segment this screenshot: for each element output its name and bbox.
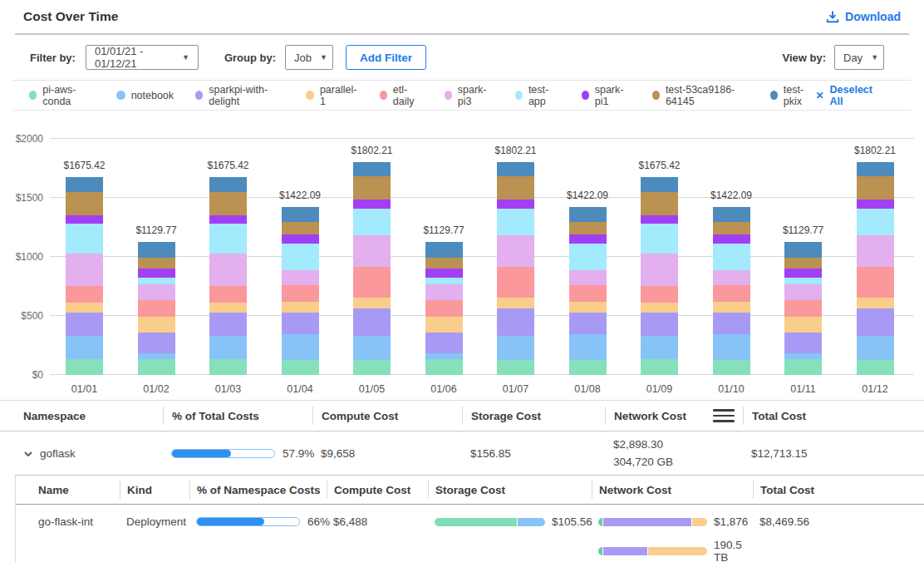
bar-segment-spark-pi3[interactable] [425, 284, 463, 300]
bar-segment-test-53ca9186-64145[interactable] [138, 258, 175, 269]
bar-segment-test-pkix[interactable] [209, 177, 247, 192]
bar-segment-test-53ca9186-64145[interactable] [209, 192, 247, 215]
legend-item-sparkpi-with-delight[interactable]: sparkpi-with-delight [195, 84, 284, 107]
bar-segment-spark-pi1[interactable] [497, 200, 534, 209]
bar-segment-etl-daily[interactable] [66, 286, 103, 302]
bar-segment-test-pkix[interactable] [857, 162, 894, 176]
download-button[interactable]: Download [826, 10, 901, 23]
bar-segment-spark-pi1[interactable] [209, 215, 247, 224]
bar-segment-pi-aws-conda[interactable] [209, 359, 247, 375]
bar-segment-parallel-1[interactable] [857, 298, 894, 308]
bar-segment-test-53ca9186-64145[interactable] [353, 176, 391, 200]
bar-segment-test-pkix[interactable] [641, 177, 678, 192]
column-menu-icon[interactable] [713, 409, 735, 422]
bar-segment-pi-aws-conda[interactable] [353, 360, 391, 375]
bar-segment-test-app[interactable] [138, 278, 175, 284]
bar-segment-parallel-1[interactable] [138, 317, 175, 333]
bar-segment-test-app[interactable] [713, 244, 750, 270]
bar-segment-spark-pi3[interactable] [138, 284, 175, 300]
bar-segment-notebook[interactable] [282, 334, 319, 360]
bar-segment-etl-daily[interactable] [209, 286, 247, 302]
bar-segment-test-53ca9186-64145[interactable] [784, 258, 822, 269]
bar-segment-spark-pi1[interactable] [138, 269, 175, 278]
bar-segment-spark-pi3[interactable] [857, 235, 894, 267]
bar-segment-spark-pi1[interactable] [282, 234, 319, 244]
legend-item-etl-daily[interactable]: etl-daily [380, 84, 423, 107]
bar-segment-pi-aws-conda[interactable] [497, 360, 534, 375]
bar-segment-parallel-1[interactable] [66, 303, 103, 313]
bar-segment-parallel-1[interactable] [569, 302, 607, 313]
bar-segment-test-53ca9186-64145[interactable] [282, 222, 319, 234]
date-range-dropdown[interactable]: 01/01/21 - 01/12/21 ▼ [86, 45, 199, 70]
bar-segment-parallel-1[interactable] [425, 317, 463, 333]
bar-segment-pi-aws-conda[interactable] [282, 360, 319, 375]
bar-segment-sparkpi-with-delight[interactable] [857, 308, 894, 336]
bar-segment-spark-pi3[interactable] [569, 270, 607, 285]
bar-segment-sparkpi-with-delight[interactable] [66, 313, 103, 336]
bar-segment-sparkpi-with-delight[interactable] [282, 313, 319, 334]
bar-segment-spark-pi1[interactable] [66, 215, 103, 224]
group-by-dropdown[interactable]: Job ▼ [285, 45, 333, 70]
bar-segment-sparkpi-with-delight[interactable] [641, 313, 678, 336]
bar-segment-test-app[interactable] [569, 244, 607, 270]
bar-segment-notebook[interactable] [497, 336, 534, 360]
bar-segment-notebook[interactable] [713, 334, 750, 360]
bar-segment-test-app[interactable] [641, 224, 678, 254]
bar-segment-notebook[interactable] [857, 336, 894, 360]
bar-segment-notebook[interactable] [641, 336, 678, 359]
bar-segment-pi-aws-conda[interactable] [784, 359, 822, 375]
bar-segment-spark-pi1[interactable] [857, 200, 894, 209]
bar-segment-sparkpi-with-delight[interactable] [209, 313, 247, 336]
bar-segment-parallel-1[interactable] [497, 298, 534, 308]
bar-segment-pi-aws-conda[interactable] [138, 359, 175, 375]
bar-segment-etl-daily[interactable] [857, 267, 894, 298]
bar-segment-pi-aws-conda[interactable] [425, 359, 463, 375]
bar-segment-notebook[interactable] [353, 336, 391, 360]
bar-segment-pi-aws-conda[interactable] [857, 360, 894, 375]
bar-segment-spark-pi3[interactable] [713, 270, 750, 285]
bar-segment-spark-pi3[interactable] [497, 235, 534, 267]
bar-segment-sparkpi-with-delight[interactable] [713, 313, 750, 334]
legend-item-test-app[interactable]: test-app [515, 84, 560, 107]
bar-segment-sparkpi-with-delight[interactable] [497, 308, 534, 336]
bar-segment-spark-pi1[interactable] [569, 234, 607, 244]
bar-segment-test-53ca9186-64145[interactable] [569, 222, 607, 234]
bar-segment-pi-aws-conda[interactable] [569, 360, 607, 375]
bar-segment-etl-daily[interactable] [282, 285, 319, 302]
deselect-all-button[interactable]: ✕ Deselect All [816, 84, 882, 107]
bar-segment-etl-daily[interactable] [497, 267, 534, 298]
bar-segment-test-app[interactable] [282, 244, 319, 270]
legend-item-spark-pi1[interactable]: spark-pi1 [582, 84, 631, 107]
bar-segment-test-53ca9186-64145[interactable] [713, 222, 750, 234]
bar-segment-sparkpi-with-delight[interactable] [138, 333, 175, 354]
bar-segment-etl-daily[interactable] [713, 285, 750, 302]
bar-segment-test-53ca9186-64145[interactable] [641, 192, 678, 215]
bar-segment-test-pkix[interactable] [353, 162, 391, 176]
bar-segment-pi-aws-conda[interactable] [641, 359, 678, 375]
bar-segment-test-53ca9186-64145[interactable] [425, 258, 463, 269]
bar-segment-etl-daily[interactable] [425, 300, 463, 317]
bar-segment-spark-pi3[interactable] [282, 270, 319, 285]
bar-segment-test-app[interactable] [209, 224, 247, 254]
bar-segment-test-pkix[interactable] [66, 177, 103, 192]
bar-segment-sparkpi-with-delight[interactable] [569, 313, 607, 334]
bar-segment-test-pkix[interactable] [282, 207, 319, 222]
bar-segment-parallel-1[interactable] [282, 302, 319, 313]
legend-item-notebook[interactable]: notebook [116, 90, 174, 101]
bar-segment-test-app[interactable] [784, 278, 822, 284]
bar-segment-etl-daily[interactable] [569, 285, 607, 302]
bar-segment-test-pkix[interactable] [784, 242, 822, 258]
bar-segment-spark-pi1[interactable] [784, 269, 822, 278]
bar-segment-sparkpi-with-delight[interactable] [784, 333, 822, 354]
bar-segment-spark-pi3[interactable] [353, 235, 391, 267]
bar-segment-parallel-1[interactable] [713, 302, 750, 313]
bar-segment-test-53ca9186-64145[interactable] [66, 192, 103, 215]
bar-segment-etl-daily[interactable] [353, 267, 391, 298]
bar-segment-test-pkix[interactable] [713, 207, 750, 222]
legend-item-parallel-1[interactable]: parallel-1 [306, 84, 357, 107]
bar-segment-notebook[interactable] [66, 336, 103, 359]
bar-segment-test-app[interactable] [66, 224, 103, 254]
view-by-dropdown[interactable]: Day ▼ [834, 45, 884, 70]
bar-segment-sparkpi-with-delight[interactable] [425, 333, 463, 354]
legend-item-spark-pi3[interactable]: spark-pi3 [445, 84, 494, 107]
